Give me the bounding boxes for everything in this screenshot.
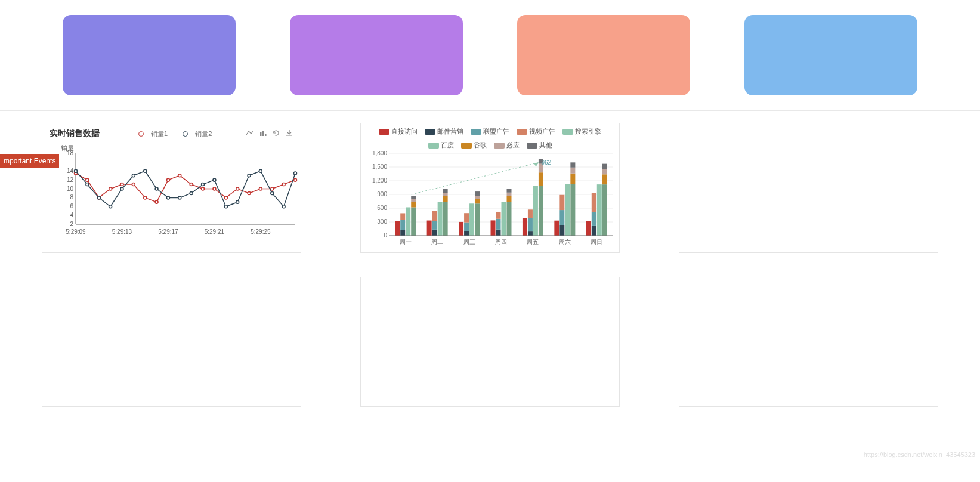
svg-point-19	[86, 178, 89, 181]
legend-other[interactable]: 其他	[527, 141, 552, 150]
chart-row-2	[0, 265, 980, 419]
svg-rect-97	[475, 203, 480, 236]
metric-card-2[interactable]	[290, 15, 463, 95]
svg-rect-115	[528, 209, 533, 218]
svg-point-23	[132, 183, 135, 186]
svg-rect-114	[528, 218, 533, 231]
legend-union[interactable]: 联盟广告	[471, 127, 509, 136]
svg-rect-1	[262, 131, 264, 136]
line-chart-body: 销量 2468101214185:29:095:29:135:29:175:29…	[46, 143, 297, 238]
svg-point-53	[248, 174, 251, 177]
svg-rect-93	[464, 231, 469, 236]
legend-mail[interactable]: 邮件营销	[425, 127, 463, 136]
svg-point-32	[236, 187, 239, 190]
svg-point-39	[86, 183, 89, 186]
legend-google[interactable]: 谷歌	[461, 141, 487, 150]
svg-point-21	[109, 187, 112, 190]
legend-video[interactable]: 视频广告	[517, 127, 555, 136]
svg-point-26	[166, 178, 169, 181]
svg-point-48	[190, 191, 193, 194]
svg-text:2: 2	[70, 221, 73, 227]
svg-rect-83	[432, 230, 437, 236]
svg-point-31	[224, 196, 227, 199]
svg-text:5:29:17: 5:29:17	[158, 228, 178, 235]
bar-type-icon[interactable]	[259, 129, 267, 139]
legend-direct[interactable]: 直接访问	[379, 127, 418, 136]
svg-rect-98	[475, 199, 480, 204]
svg-text:8: 8	[70, 194, 73, 200]
svg-rect-125	[559, 195, 564, 210]
line-chart-title: 实时销售数据	[50, 128, 100, 139]
svg-rect-88	[443, 196, 448, 202]
svg-rect-80	[411, 196, 416, 199]
svg-point-22	[120, 183, 123, 186]
svg-rect-133	[592, 226, 596, 236]
svg-point-30	[213, 187, 216, 190]
metric-card-4[interactable]	[744, 15, 917, 95]
legend-baidu[interactable]: 百度	[428, 141, 454, 150]
svg-text:12: 12	[67, 177, 74, 183]
svg-rect-73	[400, 230, 405, 236]
svg-text:18: 18	[67, 150, 74, 156]
svg-point-44	[144, 169, 147, 172]
svg-text:周一: 周一	[400, 239, 412, 245]
svg-rect-74	[400, 220, 405, 230]
svg-point-47	[178, 196, 181, 199]
svg-rect-116	[533, 186, 538, 236]
svg-rect-86	[438, 202, 443, 236]
svg-text:周日: 周日	[591, 239, 602, 245]
svg-rect-78	[411, 202, 416, 207]
download-icon[interactable]	[285, 129, 293, 139]
bar-chart-legend: 直接访问 邮件营销 联盟广告 视频广告 搜索引擎 百度 谷歌 必应 其他	[366, 126, 614, 151]
legend-bing[interactable]: 必应	[494, 141, 520, 150]
svg-rect-138	[602, 174, 607, 184]
svg-text:962: 962	[541, 159, 551, 166]
svg-text:5:29:25: 5:29:25	[251, 228, 271, 235]
svg-text:5:29:09: 5:29:09	[66, 228, 86, 235]
refresh-icon[interactable]	[272, 129, 280, 139]
svg-rect-105	[496, 212, 501, 219]
svg-text:900: 900	[377, 191, 387, 197]
legend-series-1[interactable]: 销量1	[134, 129, 168, 138]
svg-rect-89	[443, 193, 448, 196]
svg-rect-107	[507, 202, 512, 236]
empty-chart-panel-1	[679, 123, 938, 253]
svg-rect-96	[469, 203, 474, 236]
chart-toolbox	[246, 129, 293, 139]
svg-rect-139	[602, 169, 607, 174]
svg-text:10: 10	[67, 186, 74, 192]
legend-series-2[interactable]: 销量2	[178, 129, 212, 138]
svg-rect-123	[559, 225, 564, 236]
svg-text:周二: 周二	[431, 239, 443, 245]
svg-text:1,800: 1,800	[372, 151, 387, 156]
svg-rect-127	[570, 184, 575, 236]
metric-cards-row	[0, 0, 980, 111]
svg-rect-110	[507, 189, 512, 192]
line-type-icon[interactable]	[246, 129, 254, 139]
svg-text:6: 6	[70, 203, 73, 209]
svg-rect-124	[559, 210, 564, 225]
legend-search[interactable]: 搜索引擎	[562, 127, 601, 136]
svg-rect-113	[528, 231, 533, 236]
svg-rect-135	[592, 193, 596, 212]
svg-point-36	[282, 183, 285, 186]
svg-rect-82	[427, 221, 432, 236]
svg-rect-129	[570, 168, 575, 174]
svg-text:周五: 周五	[527, 239, 539, 245]
svg-rect-134	[592, 212, 596, 226]
svg-point-52	[236, 200, 239, 203]
svg-point-56	[282, 205, 285, 208]
svg-text:0: 0	[384, 232, 387, 239]
svg-point-41	[109, 205, 112, 208]
svg-text:5:29:13: 5:29:13	[112, 228, 132, 235]
svg-point-57	[294, 172, 297, 175]
chart-row-1: 实时销售数据 销量1 销量2 销量 2468101214185:29:095:2…	[0, 111, 980, 265]
svg-text:5:29:21: 5:29:21	[205, 228, 225, 235]
svg-point-29	[202, 187, 205, 190]
metric-card-3[interactable]	[517, 15, 690, 95]
svg-rect-126	[565, 184, 570, 236]
svg-point-28	[190, 183, 193, 186]
svg-point-46	[166, 196, 169, 199]
svg-point-54	[259, 169, 262, 172]
metric-card-1[interactable]	[63, 15, 236, 95]
